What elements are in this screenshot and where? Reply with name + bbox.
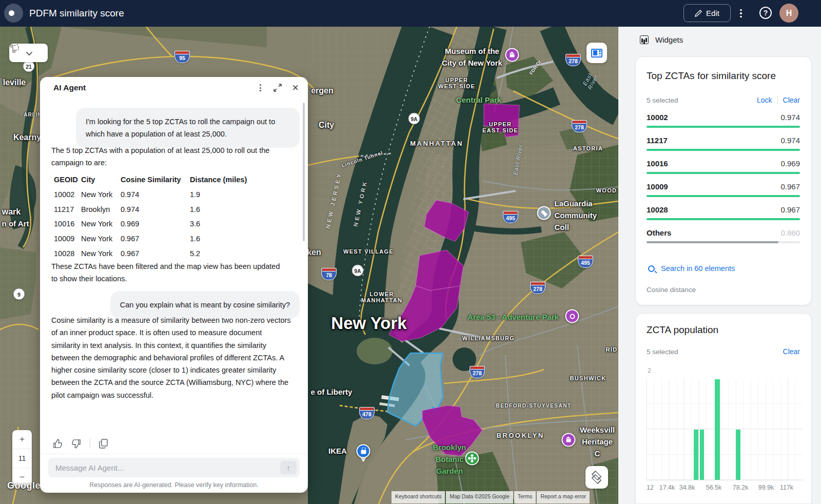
pencil-icon xyxy=(695,10,702,17)
help-icon[interactable]: ? xyxy=(759,7,772,19)
ai-disclaimer: Responses are AI-generated. Please verif… xyxy=(40,481,308,489)
zcta-score: 0.969 xyxy=(780,159,800,168)
divider xyxy=(90,438,90,449)
ai-answer-2: Cosine similarity is a measure of simila… xyxy=(51,314,292,401)
route-shield-478: 478 xyxy=(359,407,375,419)
score-bar-track xyxy=(647,149,800,151)
feedback-row xyxy=(53,438,108,449)
terms-link[interactable]: Terms xyxy=(514,491,536,503)
route-shield-78: 78 xyxy=(321,268,337,280)
panel-toggle-button[interactable] xyxy=(587,43,607,63)
divider xyxy=(40,454,308,454)
widgets-sidebar: Widgets Top ZCTAs for similarity score 5… xyxy=(618,27,821,504)
table-cell: 0.967 xyxy=(121,246,190,261)
ai-answer-outro: These ZCTAs have been filtered and the m… xyxy=(51,260,286,285)
send-button[interactable]: ↑ xyxy=(280,461,297,474)
panel-toggle-icon xyxy=(591,49,602,57)
page-title: PDFM similarity score xyxy=(29,8,124,19)
copy-icon[interactable] xyxy=(99,439,108,449)
thumbs-down-icon[interactable] xyxy=(71,439,81,449)
population-title: ZCTA population xyxy=(647,324,718,336)
selection-tool-button[interactable] xyxy=(9,44,48,62)
museum-pin[interactable] xyxy=(505,48,519,62)
overflow-menu-icon[interactable] xyxy=(738,6,744,21)
score-bar-track xyxy=(647,172,800,174)
table-header-geoid: GEOID xyxy=(54,172,81,187)
zcta-row-11217[interactable]: 11217 0.974 xyxy=(647,131,800,154)
table-cell: 0.974 xyxy=(121,187,190,202)
widgets-icon xyxy=(640,35,649,44)
sidebar-header-label: Widgets xyxy=(655,35,683,44)
clear-button[interactable]: Clear xyxy=(783,96,800,104)
population-bar xyxy=(700,430,704,480)
route-shield-278-b: 278 xyxy=(572,120,587,132)
zcta-score: 0.974 xyxy=(780,113,800,122)
botanic-garden-pin[interactable] xyxy=(465,452,479,466)
edit-button[interactable]: Edit xyxy=(683,4,731,22)
table-cell: Brooklyn xyxy=(81,202,121,217)
route-shield-278-d: 278 xyxy=(470,366,485,378)
zcta-row-10028[interactable]: 10028 0.967 xyxy=(647,201,800,224)
score-bar-track xyxy=(647,241,800,243)
zoom-level-value: 11 xyxy=(12,449,32,468)
map-layers-button[interactable] xyxy=(585,466,608,489)
x-axis-tick-label: 117k xyxy=(780,484,793,491)
route-shield-495-b: 495 xyxy=(578,256,593,268)
search-icon xyxy=(648,265,655,272)
ai-agent-panel: AI Agent × I'm looking for the 5 top ZCT… xyxy=(40,77,308,493)
zcta-score: 0.967 xyxy=(780,205,800,214)
table-cell: 10002 xyxy=(54,187,81,202)
score-bar xyxy=(647,126,800,128)
search-elements-button[interactable]: Search in 60 elements xyxy=(648,264,735,273)
adventure-park-pin[interactable] xyxy=(565,309,579,323)
x-axis-tick-label: 56.5k xyxy=(706,484,722,491)
zcta-row-10016[interactable]: 10016 0.969 xyxy=(647,154,800,178)
heritage-center-pin[interactable] xyxy=(562,433,576,447)
table-cell: 0.967 xyxy=(121,231,190,246)
table-header-cosine: Cosine Similarity xyxy=(121,172,190,187)
lock-button[interactable]: Lock xyxy=(757,96,772,104)
report-error-link[interactable]: Report a map error xyxy=(537,491,590,503)
ai-answer-table: GEOID City Cosine Similarity Distance (m… xyxy=(54,172,267,261)
x-axis-tick-label: 12 xyxy=(647,484,654,491)
thumbs-up-icon[interactable] xyxy=(53,439,63,449)
zcta-score: 0.974 xyxy=(780,136,800,145)
table-cell: 10028 xyxy=(54,246,81,261)
user-message-1: I'm looking for the 5 top ZCTAs to roll … xyxy=(76,108,300,148)
zcta-row-others[interactable]: Others 0.860 xyxy=(647,224,800,247)
population-selected-count: 5 selected xyxy=(647,348,678,356)
keyboard-shortcuts-link[interactable]: Keyboard shortcuts xyxy=(392,491,445,503)
ai-answer-intro: The 5 top ZCTAs with a population of at … xyxy=(51,144,286,169)
population-chart-xticks: 1217.4k34.8k56.5k78.2k99.9k117k xyxy=(646,484,803,492)
table-cell: 1.6 xyxy=(190,231,267,246)
score-bar xyxy=(647,195,800,197)
population-chart-plot[interactable] xyxy=(646,379,803,480)
zoom-in-button[interactable]: + xyxy=(12,430,32,449)
route-shield-95: 95 xyxy=(174,51,190,63)
chevron-down-icon xyxy=(26,49,33,55)
close-icon[interactable]: × xyxy=(292,83,299,93)
message-input[interactable] xyxy=(48,458,300,477)
population-bar xyxy=(736,430,740,480)
table-cell: 0.974 xyxy=(121,202,190,217)
table-cell: 0.969 xyxy=(121,217,190,231)
avatar[interactable]: H xyxy=(779,4,798,23)
zcta-score: 0.967 xyxy=(780,182,800,191)
population-clear-button[interactable]: Clear xyxy=(783,347,800,356)
zcta-row-10002[interactable]: 10002 0.974 xyxy=(647,108,800,131)
app-window: PDFM similarity score Edit ? H xyxy=(0,0,821,504)
edit-button-label: Edit xyxy=(706,9,719,17)
ai-panel-scrollbar[interactable] xyxy=(303,103,305,241)
zcta-row-10009[interactable]: 10009 0.967 xyxy=(647,178,800,201)
zcta-id: 10028 xyxy=(647,205,668,214)
google-logo: Google xyxy=(7,480,41,491)
expand-icon[interactable] xyxy=(273,84,282,92)
college-pin[interactable] xyxy=(537,206,551,220)
ikea-store-pin[interactable] xyxy=(357,444,370,458)
table-cell: New York xyxy=(81,217,121,231)
zcta-id: 10002 xyxy=(647,113,668,122)
score-bar xyxy=(647,149,800,151)
top-zctas-title: Top ZCTAs for similarity score xyxy=(647,70,776,82)
top-zctas-card: Top ZCTAs for similarity score 5 selecte… xyxy=(635,56,812,305)
ai-panel-menu-icon[interactable] xyxy=(257,82,263,93)
